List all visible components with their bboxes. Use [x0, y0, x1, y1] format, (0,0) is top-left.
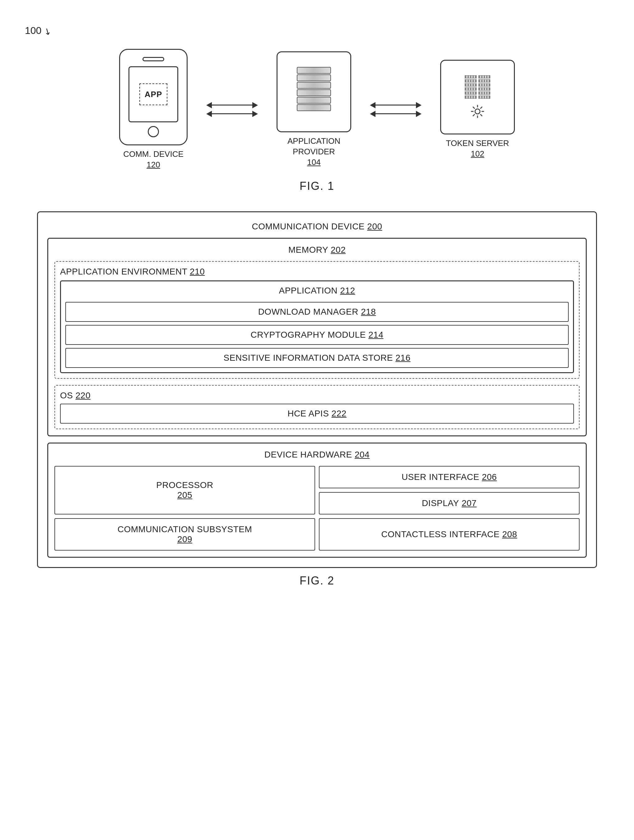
fig2-section: COMMUNICATION DEVICE 200 MEMORY 202 APPL… — [25, 211, 609, 587]
db-layer-2 — [297, 74, 331, 81]
device-screen-icon: APP — [128, 66, 178, 122]
svg-line-6 — [480, 114, 482, 116]
arrowhead-left-icon — [370, 111, 375, 117]
app-env-box: APPLICATION ENVIRONMENT 210 APPLICATION … — [54, 261, 580, 379]
sensitive-store-box: SENSITIVE INFORMATION DATA STORE 216 — [65, 348, 569, 368]
token-server-box — [440, 60, 515, 134]
download-mgr-box: DOWNLOAD MANAGER 218 — [65, 302, 569, 322]
arrow-shaft — [212, 104, 252, 106]
arrow-shaft — [375, 113, 416, 114]
hce-apis-box: HCE APIS 222 — [60, 404, 574, 423]
fig1-diagram: APP COMM. DEVICE 120 — [25, 49, 609, 170]
comm-device-entity: APP COMM. DEVICE 120 — [119, 49, 188, 170]
server-icon — [465, 75, 490, 99]
app-provider-entity: APPLICATION PROVIDER 104 — [276, 51, 351, 167]
comm-device-outer-box: COMMUNICATION DEVICE 200 MEMORY 202 APPL… — [37, 211, 597, 568]
db-layer-1 — [297, 67, 331, 74]
comm-device-title: COMMUNICATION DEVICE 200 — [47, 222, 587, 232]
application-title: APPLICATION 212 — [65, 286, 569, 296]
comm-subsystem-cell: COMMUNICATION SUBSYSTEM 209 — [54, 518, 315, 551]
fig1-section: 100 ↘ APP COMM. DEVICE 120 — [25, 25, 609, 193]
db-layer-4 — [297, 89, 331, 96]
device-speaker-icon — [142, 57, 164, 61]
server-unit-1 — [465, 75, 476, 99]
server-unit-2 — [478, 75, 490, 99]
svg-line-8 — [473, 114, 475, 116]
comm-device-label: COMM. DEVICE 120 — [123, 149, 183, 170]
memory-title: MEMORY 202 — [54, 245, 580, 255]
arrowhead-right-icon — [416, 111, 421, 117]
arrow-device-to-provider — [206, 102, 258, 117]
svg-point-0 — [475, 109, 480, 114]
application-box: APPLICATION 212 DOWNLOAD MANAGER 218 CRY… — [60, 280, 574, 373]
ref-arrow: ↘ — [42, 25, 53, 37]
arrowhead-left-icon — [206, 102, 212, 108]
contactless-iface-cell: CONTACTLESS INTERFACE 208 — [319, 518, 580, 551]
arrowhead-right-icon — [252, 111, 258, 117]
processor-cell: PROCESSOR 205 — [54, 466, 315, 515]
fig2-caption: FIG. 2 — [25, 574, 609, 587]
os-box: OS 220 HCE APIS 222 — [54, 385, 580, 429]
app-env-label: APPLICATION ENVIRONMENT 210 — [60, 267, 574, 277]
display-cell: DISPLAY 207 — [319, 492, 580, 515]
arrow-shaft — [375, 104, 416, 106]
app-provider-label: APPLICATION PROVIDER 104 — [287, 136, 340, 167]
db-layer-3 — [297, 82, 331, 89]
memory-box: MEMORY 202 APPLICATION ENVIRONMENT 210 A… — [47, 238, 587, 436]
arrow-line-top — [370, 102, 421, 108]
db-layer-5 — [297, 97, 331, 104]
comm-device-box: APP — [119, 49, 188, 145]
arrowhead-left-icon — [370, 102, 375, 108]
os-label: OS 220 — [60, 391, 574, 401]
token-server-label: TOKEN SERVER 102 — [446, 138, 509, 159]
arrow-line-top — [206, 102, 258, 108]
fig1-ref-100: 100 ↘ — [25, 25, 609, 36]
hw-grid: PROCESSOR 205 USER INTERFACE 206 DISPLAY… — [54, 466, 580, 551]
arrowhead-right-icon — [416, 102, 421, 108]
arrow-line-bottom — [206, 111, 258, 117]
crypto-module-box: CRYPTOGRAPHY MODULE 214 — [65, 325, 569, 345]
arrowhead-left-icon — [206, 111, 212, 117]
gear-icon — [470, 104, 485, 119]
app-provider-box — [276, 51, 351, 132]
device-home-button-icon — [148, 126, 159, 137]
device-hw-box: DEVICE HARDWARE 204 PROCESSOR 205 USER I… — [47, 442, 587, 558]
database-stack-icon — [297, 67, 331, 112]
device-hw-title: DEVICE HARDWARE 204 — [54, 450, 580, 459]
token-server-entity: TOKEN SERVER 102 — [440, 60, 515, 159]
arrowhead-right-icon — [252, 102, 258, 108]
svg-line-5 — [473, 107, 475, 109]
arrow-provider-to-server — [370, 102, 421, 117]
fig1-caption: FIG. 1 — [25, 180, 609, 193]
app-dashed-box: APP — [139, 84, 167, 105]
user-interface-cell: USER INTERFACE 206 — [319, 466, 580, 488]
svg-line-7 — [480, 107, 482, 109]
arrow-shaft — [212, 113, 252, 114]
arrow-line-bottom — [370, 111, 421, 117]
db-layer-6 — [297, 104, 331, 111]
